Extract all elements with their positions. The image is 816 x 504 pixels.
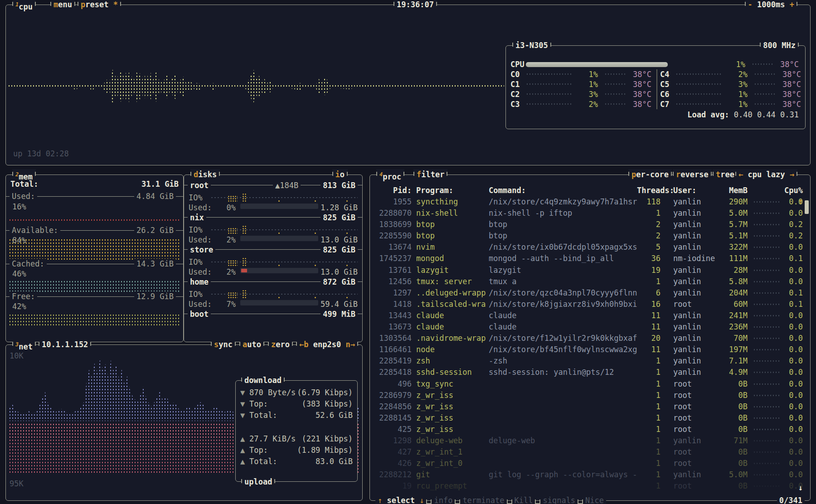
process-row[interactable]: 496 txg_sync 1 root 0B 0.0 xyxy=(374,378,803,390)
core-temp-graph xyxy=(604,73,626,76)
iface-next-button[interactable]: n→ xyxy=(345,340,355,349)
process-row[interactable]: 1166461 node /nix/store/bf45nflf0wylnscw… xyxy=(374,344,803,355)
interval-minus-button[interactable]: - xyxy=(748,0,753,9)
disks-panel-title[interactable]: disks xyxy=(190,169,220,180)
network-panel: 3net 10.1.1.152 sync auto zero ←b enp2s0… xyxy=(5,344,363,501)
process-table-header[interactable]: Pid: Program: Command: Threads: User: Me… xyxy=(374,185,803,196)
process-cpu-graph xyxy=(753,314,779,318)
process-row[interactable]: 427 z_wr_int_1 1 root 0B 0.0 xyxy=(374,446,803,458)
process-row[interactable]: 2285418 sshd-session sshd-session: yanli… xyxy=(374,367,803,378)
process-row[interactable]: 2284856 z_wr_iss 1 root 0B 0.0 xyxy=(374,401,803,412)
footer-actions: infoterminateKillsignalsNice xyxy=(426,495,606,504)
net-interface-switcher[interactable]: ←b enp2s0 n→ xyxy=(296,339,358,350)
disk-used-value: 1.28 GiB xyxy=(321,202,358,213)
process-cpu-graph xyxy=(753,473,779,477)
process-row[interactable]: 425 z_wr_iss 1 root 0B 0.0 xyxy=(374,424,803,435)
process-cpu-graph xyxy=(753,428,779,431)
sort-next-button[interactable]: → xyxy=(790,170,794,179)
network-panel-title[interactable]: 3net xyxy=(12,339,36,350)
process-row[interactable]: 1418 .tailscaled-wra /nix/store/k8jgiaxr… xyxy=(374,299,803,310)
disk-entry[interactable]: home 872 GiB IO% Used: 7% 59.4 GiB xyxy=(184,277,362,309)
process-row[interactable]: 2288070 nix-shell nix-shell -p iftop 1 y… xyxy=(374,208,803,219)
disk-used-meter xyxy=(240,204,318,209)
disk-used-pct: 2% xyxy=(219,234,236,245)
process-cpu-graph xyxy=(753,485,779,488)
disk-entry[interactable]: nix 825 GiB IO% Used: 2% 13.0 GiB xyxy=(184,213,362,245)
process-cpu-graph xyxy=(753,394,779,397)
process-row[interactable]: 12456 tmux: server tmux a 1 yanlin 5.8M … xyxy=(374,276,803,287)
process-row[interactable]: 1838699 btop btop 2 yanlin 5.7M 0.2 xyxy=(374,219,803,230)
iface-prev-button[interactable]: ←b xyxy=(299,340,308,349)
footer-action-button[interactable]: terminate xyxy=(460,495,506,504)
border-connector xyxy=(507,499,512,504)
process-row[interactable]: 1955 syncthing /nix/store/c4q9zmkzy9awy7… xyxy=(374,196,803,208)
process-row[interactable]: 13761 lazygit lazygit 19 yanlin 28M 0.0 xyxy=(374,265,803,276)
process-row[interactable]: 13443 claude claude 11 yanlin 241M 0.0 xyxy=(374,310,803,321)
disks-panel: disks io root ▲184B 813 GiB IO% Used: 0%… xyxy=(184,174,363,342)
process-row[interactable]: 426 z_wr_int_0 1 root 0B 0.0 xyxy=(374,458,803,469)
net-sync-button[interactable]: sync xyxy=(211,339,236,350)
process-row[interactable]: 1297 ..deluged-wrapp /nix/store/qzc04a3n… xyxy=(374,287,803,299)
disk-size: 825 GiB xyxy=(321,213,358,223)
process-row[interactable]: 1303564 .navidrome-wrap /nix/store/f12w1… xyxy=(374,333,803,344)
disk-name: nix xyxy=(188,213,206,223)
process-row[interactable]: 2288212 git git log --graph --color=alwa… xyxy=(374,469,803,480)
process-cpu-graph xyxy=(753,417,779,420)
footer-action-button[interactable]: info xyxy=(432,495,455,504)
disk-entry[interactable]: store 825 GiB IO% Used: 2% 13.0 GiB xyxy=(184,245,362,277)
update-interval-control[interactable]: - 1000ms + xyxy=(745,0,797,10)
process-row[interactable]: 2285419 zsh -zsh 1 yanlin 7.1M 0.0 xyxy=(374,355,803,367)
sort-column-switcher[interactable]: ← cpu lazy → xyxy=(735,169,797,180)
tree-toggle[interactable]: tree xyxy=(713,169,738,180)
footer-action-button[interactable]: Nice xyxy=(583,495,606,504)
process-row[interactable]: 2288145 z_wr_iss 1 root 0B 0.0 xyxy=(374,412,803,424)
per-core-toggle[interactable]: per-core xyxy=(628,169,672,180)
memory-panel-title[interactable]: 2mem xyxy=(12,169,36,180)
process-row[interactable]: 1745237 mongod mongod --auth --bind_ip_a… xyxy=(374,253,803,264)
process-cpu-graph xyxy=(753,337,779,340)
process-scrollbar-thumb[interactable] xyxy=(805,200,809,214)
preset-button[interactable]: preset * xyxy=(78,0,121,10)
process-cpu-graph xyxy=(753,451,779,454)
filter-button[interactable]: filter xyxy=(413,169,447,180)
down-arrow-icon: ▼ xyxy=(240,410,249,421)
core-row: C4 2% 38°C xyxy=(660,69,806,79)
core-usage-graph xyxy=(675,82,722,86)
disk-used-meter xyxy=(240,300,318,305)
menu-button[interactable]: menu xyxy=(50,0,75,10)
process-row[interactable]: 2286979 z_wr_iss 1 root 0B 0.0 xyxy=(374,390,803,401)
process-cpu-graph xyxy=(753,371,779,374)
disk-entry[interactable]: root ▲184B 813 GiB IO% Used: 0% 1.28 GiB xyxy=(184,180,362,213)
mem-available-value: 26.2 GiB xyxy=(134,225,176,235)
cpu-panel-title[interactable]: 1cpu xyxy=(12,0,36,10)
down-arrow-icon: ▼ xyxy=(240,398,249,410)
net-info-box: download upload ▼ 870 Byte/s (6.79 Kibps… xyxy=(235,380,358,482)
memory-panel: 2mem Total: 31.1 GiB Used: 4.84 GiB 16% … xyxy=(5,174,184,342)
selection-position: 0/341 xyxy=(777,495,805,504)
reverse-toggle[interactable]: reverse xyxy=(673,169,712,180)
process-row[interactable]: 2285590 btop btop 2 yanlin 5.1M 0.2 xyxy=(374,230,803,242)
scroll-down-indicator[interactable]: ↓ xyxy=(798,483,803,492)
cpu-total-dots xyxy=(752,63,773,66)
interval-plus-button[interactable]: + xyxy=(790,0,794,9)
net-auto-button[interactable]: auto xyxy=(239,339,264,350)
process-row[interactable]: 1298 deluge-web deluge-web 1 yanlin 71M … xyxy=(374,435,803,446)
disks-io-mode-button[interactable]: io xyxy=(332,169,348,180)
select-control[interactable]: ↑ select ↓ xyxy=(375,495,426,504)
process-row[interactable]: 13674 nvim /nix/store/ix0b67dcdpl05xpagx… xyxy=(374,242,803,253)
upload-stats: ▲ 27.7 KiB/s (221 Kibps) ▲ Top: (1.89 Mi… xyxy=(236,433,357,467)
net-zero-button[interactable]: zero xyxy=(268,339,293,350)
disk-name: home xyxy=(188,277,211,287)
core-usage-graph xyxy=(675,73,722,76)
mem-used-label: Used: xyxy=(10,191,37,201)
disk-entry-boot[interactable]: boot 499 MiB xyxy=(184,309,362,327)
process-row[interactable]: 19 rcu_preempt 1 root 0B 0.0 xyxy=(374,480,803,492)
sort-prev-button[interactable]: ← xyxy=(738,170,743,179)
mem-used-value: 4.84 GiB xyxy=(134,191,176,201)
process-row[interactable]: 13673 claude claude 11 yanlin 236M 0.0 xyxy=(374,321,803,333)
core-row: C3 2% 38°C xyxy=(510,99,656,109)
process-panel-title[interactable]: 4proc xyxy=(376,169,404,180)
footer-action-button[interactable]: Kill xyxy=(512,495,535,504)
disk-io-graph xyxy=(210,290,358,299)
footer-action-button[interactable]: signals xyxy=(540,495,578,504)
